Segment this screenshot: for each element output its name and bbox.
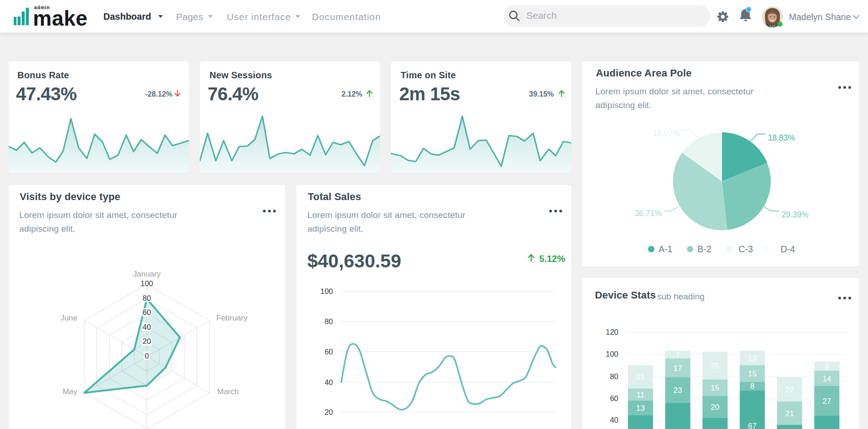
svg-text:40: 40 bbox=[143, 323, 151, 331]
svg-text:27: 27 bbox=[823, 397, 831, 406]
svg-text:20: 20 bbox=[711, 403, 719, 412]
svg-text:20: 20 bbox=[325, 408, 333, 416]
svg-text:29.39%: 29.39% bbox=[782, 210, 809, 219]
svg-text:18.83%: 18.83% bbox=[768, 133, 795, 142]
svg-text:13: 13 bbox=[636, 404, 645, 413]
svg-text:36.71%: 36.71% bbox=[635, 209, 662, 218]
svg-text:21: 21 bbox=[636, 373, 645, 381]
svg-text:11: 11 bbox=[637, 391, 645, 399]
svg-text:100: 100 bbox=[605, 350, 618, 358]
svg-text:80: 80 bbox=[325, 317, 333, 326]
svg-text:7: 7 bbox=[675, 351, 680, 359]
svg-text:15: 15 bbox=[711, 384, 719, 392]
svg-text:17: 17 bbox=[674, 364, 682, 373]
svg-text:60: 60 bbox=[143, 308, 151, 316]
svg-text:21: 21 bbox=[785, 409, 794, 418]
svg-text:13: 13 bbox=[748, 354, 757, 363]
svg-text:0: 0 bbox=[145, 352, 149, 360]
svg-text:8: 8 bbox=[750, 382, 754, 391]
svg-text:40: 40 bbox=[325, 378, 333, 386]
svg-text:22: 22 bbox=[785, 386, 794, 394]
svg-text:March: March bbox=[217, 387, 239, 396]
svg-text:May: May bbox=[63, 387, 78, 396]
svg-text:8: 8 bbox=[825, 362, 829, 371]
svg-text:40: 40 bbox=[610, 416, 618, 424]
svg-text:67: 67 bbox=[748, 422, 757, 429]
svg-text:60: 60 bbox=[325, 348, 333, 356]
svg-text:February: February bbox=[216, 314, 248, 322]
svg-text:15.07%: 15.07% bbox=[653, 129, 680, 138]
svg-text:60: 60 bbox=[610, 394, 618, 402]
svg-text:80: 80 bbox=[143, 294, 151, 302]
svg-text:23: 23 bbox=[674, 386, 682, 395]
svg-text:100: 100 bbox=[320, 287, 333, 295]
svg-text:80: 80 bbox=[610, 372, 618, 380]
svg-text:14: 14 bbox=[823, 375, 831, 383]
svg-text:100: 100 bbox=[140, 279, 153, 288]
svg-text:120: 120 bbox=[605, 328, 618, 336]
svg-text:June: June bbox=[60, 314, 77, 322]
svg-text:20: 20 bbox=[143, 337, 151, 345]
svg-text:25: 25 bbox=[711, 362, 719, 370]
svg-text:January: January bbox=[133, 270, 161, 278]
svg-text:15: 15 bbox=[748, 369, 757, 378]
